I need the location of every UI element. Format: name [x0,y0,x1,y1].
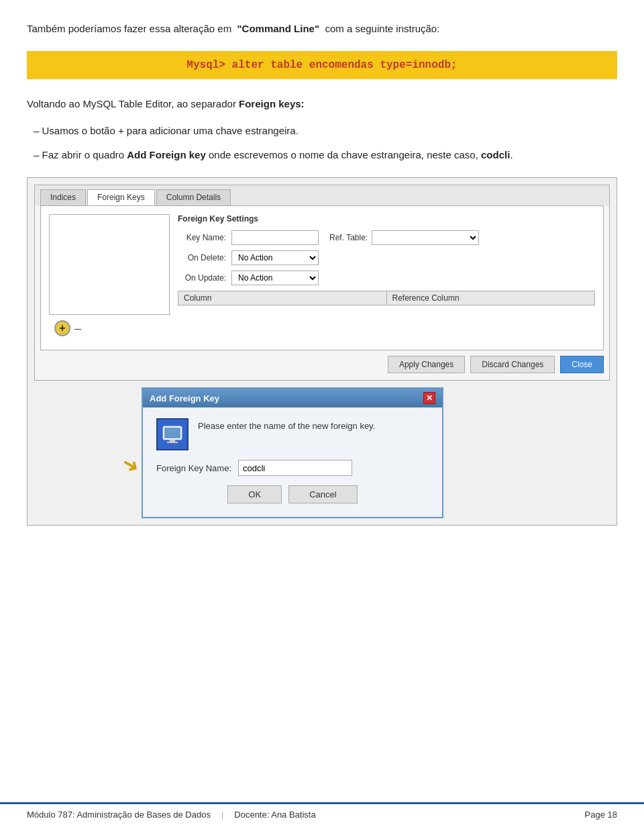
add-btn-row: + – [49,315,595,342]
fk-list-box[interactable] [49,214,170,315]
dialog-body: Please enter the name of the new foreign… [143,407,442,517]
on-delete-row: On Delete: No Action [178,250,595,265]
key-name-input[interactable] [231,230,319,245]
dialog-fk-row: Foreign Key Name: [156,460,429,476]
add-fk-button[interactable]: + [54,320,70,336]
col-column-header: Column [178,291,387,305]
key-name-row: Key Name: Ref. Table: [178,230,595,245]
bullet-2: – Faz abrir o quadro Add Foreign key ond… [34,146,617,164]
codcli-label: codcli [481,149,510,160]
dialog-message: Please enter the name of the new foreign… [198,418,375,431]
footer-divider: | [221,810,223,820]
tab-content: Foreign Key Settings Key Name: Ref. Tabl… [40,205,604,350]
svg-rect-3 [167,442,178,443]
dialog-buttons: OK Cancel [156,485,429,503]
add-foreign-key-label: Add Foreign key [127,149,206,160]
dialog-titlebar: Add Foreign Key ✕ [143,389,442,407]
foreign-keys-label: Foreign keys: [239,98,305,109]
command-line-text: Command Line [242,23,315,34]
on-update-select[interactable]: No Action [231,271,319,285]
main-content: Também poderíamos fazer essa alteração e… [0,0,644,593]
on-delete-select[interactable]: No Action [231,250,319,265]
discard-changes-button[interactable]: Discard Changes [470,356,555,373]
on-update-label: On Update: [178,273,231,283]
close-button[interactable]: Close [560,356,604,373]
dialog-message-row: Please enter the name of the new foreign… [156,418,429,450]
table-editor-window: Indices Foreign Keys Column Details Fore… [34,185,610,381]
footer-left: Módulo 787: Administração de Bases de Da… [27,810,211,820]
apply-changes-button[interactable]: Apply Changes [388,356,465,373]
arrow-indicator: ➜ [118,450,144,479]
intro-paragraph-1: Também poderíamos fazer essa alteração e… [27,20,617,38]
tab-foreign-keys[interactable]: Foreign Keys [87,189,155,205]
fk-name-label: Foreign Key Name: [156,463,231,473]
code-highlight: Mysql> alter table encomendas type=innod… [27,51,617,79]
remove-fk-button[interactable]: – [74,322,81,336]
screenshot-container: Indices Foreign Keys Column Details Fore… [27,177,617,526]
dialog-icon [156,418,189,450]
tab-indices[interactable]: Indices [40,189,86,205]
svg-rect-1 [164,428,180,438]
fk-form: Foreign Key Settings Key Name: Ref. Tabl… [178,214,595,315]
bullet-1: – Usamos o botão + para adicionar uma ch… [34,122,617,140]
bottom-buttons: Apply Changes Discard Changes Close [35,350,609,380]
dialog-close-button[interactable]: ✕ [423,392,435,404]
fk-settings-area: Foreign Key Settings Key Name: Ref. Tabl… [49,214,595,315]
ref-table-label: Ref. Table: [329,233,368,242]
dialog-ok-button[interactable]: OK [227,485,282,503]
ref-table-select[interactable] [372,230,479,245]
footer: Módulo 787: Administração de Bases de Da… [0,802,644,825]
svg-rect-2 [170,440,175,442]
key-name-label: Key Name: [178,233,231,242]
code-text: Mysql> alter table encomendas type=innod… [186,59,457,71]
dialog-cancel-button[interactable]: Cancel [288,485,357,503]
column-header-label [329,253,343,262]
tab-bar: Indices Foreign Keys Column Details [35,185,609,205]
fk-name-input[interactable] [238,460,352,476]
fk-settings-title: Foreign Key Settings [178,214,595,224]
add-foreign-key-dialog: Add Foreign Key ✕ [142,387,443,518]
on-delete-label: On Delete: [178,253,231,262]
tab-column-details[interactable]: Column Details [156,189,231,205]
col-reference-header: Reference Column [387,291,595,305]
intro-paragraph-2: Voltando ao MySQL Table Editor, ao separ… [27,95,617,113]
footer-middle: Docente: Ana Batista [234,810,315,820]
footer-page: Page 18 [585,810,617,820]
columns-header: Column Reference Column [178,291,595,305]
on-update-row: On Update: No Action [178,271,595,285]
dialog-title: Add Foreign Key [150,393,219,403]
columns-area: Column Reference Column [178,291,595,305]
